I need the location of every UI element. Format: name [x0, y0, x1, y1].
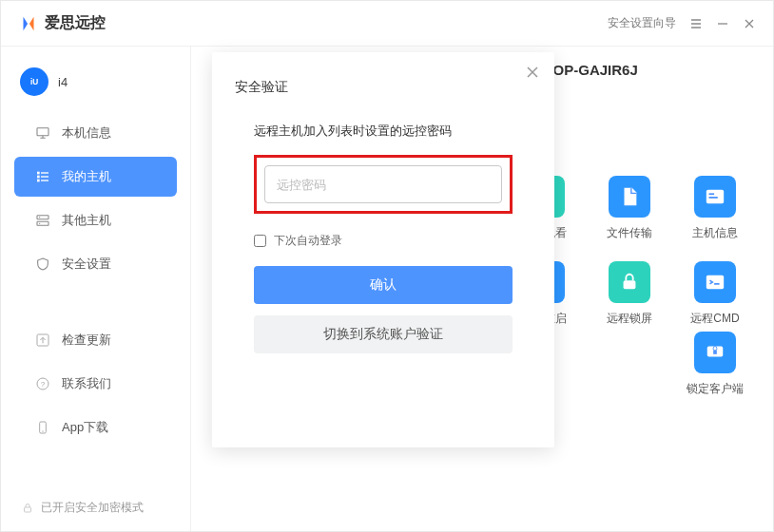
lock-icon: [22, 503, 33, 514]
svg-rect-18: [25, 507, 31, 512]
remote-password-input[interactable]: [264, 165, 502, 203]
sidebar-item-other-hosts[interactable]: 其他主机: [14, 200, 177, 240]
app-title: 爱思远控: [45, 13, 106, 33]
security-wizard-link[interactable]: 安全设置向导: [608, 15, 676, 31]
monitor-icon: [35, 125, 50, 141]
svg-rect-22: [709, 197, 718, 199]
svg-rect-27: [713, 350, 717, 354]
titlebar-right: 安全设置向导: [608, 15, 756, 31]
svg-text:iU: iU: [30, 78, 38, 86]
sidebar-item-contact-us[interactable]: ? 联系我们: [14, 364, 177, 404]
svg-rect-7: [37, 180, 40, 182]
close-button[interactable]: [743, 17, 756, 30]
sidebar-item-label: 其他主机: [62, 212, 111, 229]
svg-rect-25: [706, 276, 724, 290]
auto-login-box[interactable]: [254, 235, 266, 247]
action-label: 远程锁屏: [607, 311, 652, 327]
help-icon: ?: [35, 376, 50, 391]
sidebar-item-security-settings[interactable]: 安全设置: [14, 244, 177, 284]
client-lock-icon: [705, 342, 726, 363]
sidebar-item-label: 检查更新: [62, 332, 111, 349]
svg-point-17: [42, 430, 43, 431]
list-icon: [35, 169, 50, 184]
sidebar-item-app-download[interactable]: App下载: [14, 408, 177, 447]
switch-account-auth-button[interactable]: 切换到系统账户验证: [254, 315, 513, 353]
shield-icon: [35, 256, 50, 272]
sidebar-item-label: 我的主机: [62, 168, 111, 185]
svg-rect-2: [37, 128, 48, 136]
sidebar-item-label: 本机信息: [62, 124, 111, 142]
action-label: 远程CMD: [690, 311, 739, 327]
action-file-transfer[interactable]: 文件传输: [600, 176, 659, 241]
svg-rect-24: [624, 280, 636, 289]
host-name: i4: [58, 75, 68, 89]
sidebar-item-label: 联系我们: [62, 375, 111, 392]
svg-rect-5: [37, 176, 40, 179]
upload-icon: [35, 332, 50, 348]
host-avatar-icon: iU: [20, 67, 48, 96]
svg-point-11: [39, 217, 40, 218]
footer-text: 已开启安全加密模式: [41, 500, 144, 516]
action-label: 主机信息: [692, 225, 738, 241]
action-lock-client[interactable]: 锁定客户端: [686, 332, 745, 397]
svg-rect-9: [37, 216, 48, 219]
confirm-button[interactable]: 确认: [254, 266, 513, 304]
password-input-highlight: [254, 155, 513, 214]
sidebar: iU i4 本机信息 我的主机 其他主机 安全设置 检查更新 ? 联系我们 Ap…: [1, 47, 191, 531]
sidebar-item-label: App下载: [62, 419, 108, 436]
current-host[interactable]: iU i4: [1, 60, 190, 109]
sidebar-item-local-info[interactable]: 本机信息: [14, 113, 177, 153]
minimize-button[interactable]: [716, 17, 729, 30]
action-label: 锁定客户端: [687, 381, 744, 397]
svg-point-12: [39, 223, 40, 224]
svg-rect-3: [37, 172, 40, 175]
action-host-info[interactable]: 主机信息: [686, 176, 745, 241]
auto-login-label: 下次自动登录: [274, 233, 342, 249]
sidebar-item-label: 安全设置: [62, 256, 111, 273]
svg-rect-10: [37, 221, 48, 225]
menu-icon[interactable]: [689, 17, 703, 30]
svg-text:?: ?: [41, 380, 46, 389]
auto-login-checkbox[interactable]: 下次自动登录: [254, 233, 513, 249]
action-remote-lock[interactable]: 远程锁屏: [600, 261, 659, 327]
mobile-icon: [35, 420, 50, 435]
info-card-icon: [705, 186, 726, 207]
svg-rect-8: [41, 180, 48, 180]
svg-rect-6: [41, 176, 48, 177]
titlebar: 爱思远控 安全设置向导: [1, 1, 773, 47]
dialog-title: 安全验证: [235, 79, 532, 96]
lock-screen-icon: [619, 272, 640, 293]
terminal-icon: [705, 272, 726, 293]
sidebar-footer: 已开启安全加密模式: [1, 494, 190, 522]
app-logo-icon: [18, 13, 39, 34]
dialog-description: 远程主机加入列表时设置的远控密码: [254, 123, 513, 140]
action-remote-cmd[interactable]: 远程CMD: [686, 261, 745, 327]
sidebar-item-my-hosts[interactable]: 我的主机: [14, 157, 177, 197]
security-verify-dialog: 安全验证 远程主机加入列表时设置的远控密码 下次自动登录 确认 切换到系统账户验…: [212, 52, 554, 447]
server-icon: [35, 213, 50, 228]
svg-rect-21: [709, 193, 715, 195]
sidebar-item-check-update[interactable]: 检查更新: [14, 320, 177, 360]
action-label: 文件传输: [607, 225, 652, 241]
app-logo: 爱思远控: [18, 13, 106, 34]
svg-rect-4: [41, 172, 48, 173]
dialog-close-button[interactable]: [526, 66, 541, 81]
file-icon: [619, 186, 640, 207]
